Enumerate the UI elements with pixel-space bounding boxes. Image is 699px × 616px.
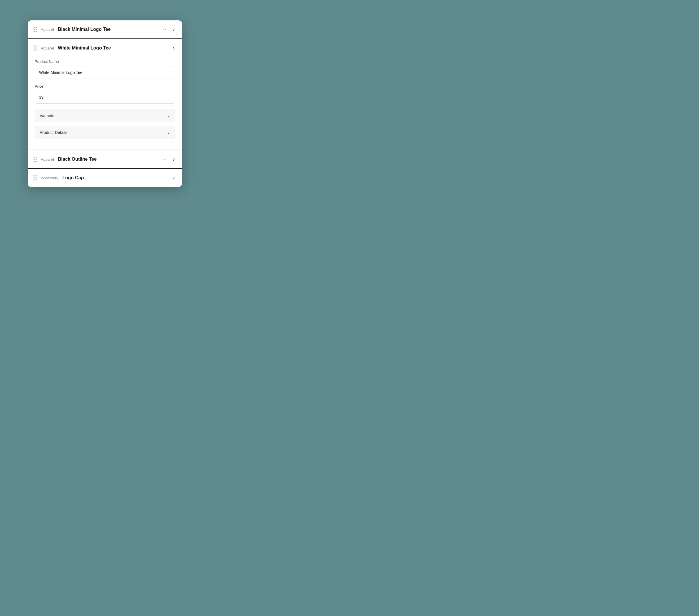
drag-dot: [36, 157, 37, 158]
product-card-white-minimal-logo-tee: Apparel White Minimal Logo Tee ··· ∧ Pro…: [28, 39, 182, 150]
product-name-group: Product Name: [35, 59, 175, 79]
product-name: White Minimal Logo Tee: [58, 45, 156, 51]
product-category: Apparel: [41, 157, 54, 162]
drag-dot: [36, 31, 37, 32]
product-body: Product Name Price Variants ∨ Product De…: [28, 57, 182, 150]
product-details-chevron-icon: ∨: [167, 131, 170, 135]
price-label: Price: [35, 84, 175, 89]
header-actions: ··· ∧: [160, 44, 176, 52]
drag-dot: [34, 159, 35, 160]
expand-button[interactable]: ∨: [171, 174, 176, 182]
drag-dot: [36, 29, 37, 30]
drag-dot: [36, 161, 37, 162]
product-details-section[interactable]: Product Details ∨: [35, 126, 175, 139]
header-actions: ··· ∨: [160, 26, 176, 33]
product-list: Apparel Black Minimal Logo Tee ··· ∨: [28, 21, 182, 187]
drag-dot: [36, 45, 37, 46]
price-input[interactable]: [35, 91, 175, 104]
more-button[interactable]: ···: [160, 44, 168, 52]
drag-dot: [34, 179, 35, 180]
drag-dot: [34, 45, 35, 46]
drag-dot: [36, 179, 37, 180]
product-name: Black Outline Tee: [58, 157, 156, 162]
drag-dot: [36, 48, 37, 49]
drag-handle[interactable]: [34, 175, 37, 180]
more-button[interactable]: ···: [160, 156, 168, 163]
drag-dot: [36, 50, 37, 51]
collapse-button[interactable]: ∧: [171, 44, 176, 52]
product-category: Accessory: [41, 176, 58, 180]
product-header-logo-cap[interactable]: Accessory Logo Cap ··· ∨: [28, 169, 182, 187]
drag-dot: [34, 175, 35, 176]
expand-button[interactable]: ∨: [171, 26, 176, 33]
product-card-black-minimal-logo-tee: Apparel Black Minimal Logo Tee ··· ∨: [28, 21, 182, 39]
product-name: Black Minimal Logo Tee: [58, 27, 156, 32]
price-group: Price: [35, 84, 175, 104]
drag-handle[interactable]: [34, 45, 37, 51]
drag-handle[interactable]: [34, 157, 37, 162]
drag-dot: [34, 157, 35, 158]
header-actions: ··· ∨: [160, 174, 176, 182]
drag-dot: [34, 48, 35, 49]
variants-label: Variants: [40, 113, 54, 118]
product-name-label: Product Name: [35, 59, 175, 64]
product-name: Logo Cap: [62, 175, 156, 180]
drag-dot: [36, 27, 37, 28]
drag-dot: [34, 27, 35, 28]
drag-dot: [34, 29, 35, 30]
drag-dot: [34, 161, 35, 162]
more-button[interactable]: ···: [160, 26, 168, 33]
drag-handle[interactable]: [34, 27, 37, 32]
more-button[interactable]: ···: [160, 174, 168, 182]
product-header-black-minimal-logo-tee[interactable]: Apparel Black Minimal Logo Tee ··· ∨: [28, 21, 182, 38]
drag-dot: [36, 177, 37, 178]
variants-section[interactable]: Variants ∨: [35, 109, 175, 122]
product-card-black-outline-tee: Apparel Black Outline Tee ··· ∨: [28, 150, 182, 169]
drag-dot: [34, 177, 35, 178]
product-details-label: Product Details: [40, 130, 67, 135]
drag-dot: [34, 50, 35, 51]
product-name-input[interactable]: [35, 66, 175, 79]
product-card-logo-cap: Accessory Logo Cap ··· ∨: [28, 169, 182, 187]
product-category: Apparel: [41, 46, 54, 50]
product-header-white-minimal-logo-tee[interactable]: Apparel White Minimal Logo Tee ··· ∧: [28, 39, 182, 57]
product-category: Apparel: [41, 27, 54, 32]
variants-chevron-icon: ∨: [167, 113, 170, 118]
drag-dot: [34, 31, 35, 32]
drag-dot: [36, 159, 37, 160]
header-actions: ··· ∨: [160, 156, 176, 163]
expand-button[interactable]: ∨: [171, 156, 176, 163]
drag-dot: [36, 175, 37, 176]
product-header-black-outline-tee[interactable]: Apparel Black Outline Tee ··· ∨: [28, 150, 182, 168]
